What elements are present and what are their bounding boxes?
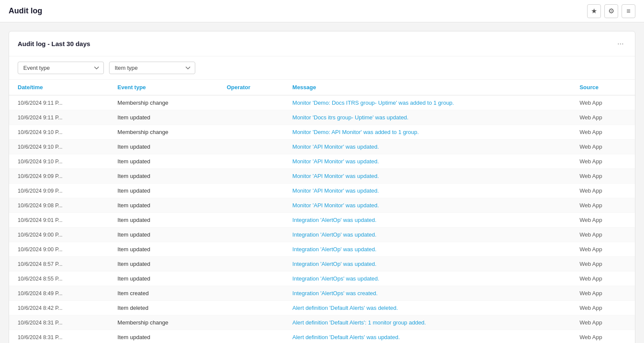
cell-datetime: 10/6/2024 9:01 P...	[9, 213, 109, 228]
cell-source: Web App	[571, 330, 635, 343]
item-type-filter-wrap: Item type	[109, 62, 195, 74]
table-row[interactable]: 10/6/2024 9:08 P...Item updatedMonitor '…	[9, 198, 635, 213]
cell-operator	[218, 110, 284, 125]
cell-datetime: 10/6/2024 8:31 P...	[9, 315, 109, 330]
cell-datetime: 10/6/2024 9:09 P...	[9, 169, 109, 184]
table-row[interactable]: 10/6/2024 8:31 P...Membership changeAler…	[9, 315, 635, 330]
item-type-select[interactable]: Item type	[109, 62, 195, 74]
cell-operator	[218, 228, 284, 242]
cell-source: Web App	[571, 315, 635, 330]
table-row[interactable]: 10/6/2024 8:57 P...Item updatedIntegrati…	[9, 257, 635, 271]
cell-datetime: 10/6/2024 8:57 P...	[9, 257, 109, 271]
cell-source: Web App	[571, 140, 635, 154]
cell-operator	[218, 257, 284, 271]
cell-message: Alert definition 'Default Alerts' was de…	[284, 301, 571, 315]
star-button[interactable]: ★	[587, 4, 601, 18]
table-row[interactable]: 10/6/2024 9:09 P...Item updatedMonitor '…	[9, 184, 635, 198]
app-header: Audit log ★ ⚙ ≡	[0, 0, 644, 22]
card-header: Audit log - Last 30 days ···	[9, 31, 635, 56]
more-options-button[interactable]: ···	[615, 38, 626, 49]
cell-datetime: 10/6/2024 9:11 P...	[9, 95, 109, 110]
star-icon: ★	[591, 7, 597, 15]
audit-log-card: Audit log - Last 30 days ··· Event type …	[9, 31, 635, 343]
col-datetime[interactable]: Date/time	[9, 80, 109, 95]
cell-source: Web App	[571, 228, 635, 242]
table-row[interactable]: 10/6/2024 9:10 P...Item updatedMonitor '…	[9, 154, 635, 169]
cell-datetime: 10/6/2024 8:31 P...	[9, 330, 109, 343]
cell-source: Web App	[571, 95, 635, 110]
cell-operator	[218, 330, 284, 343]
cell-event-type: Item updated	[109, 330, 218, 343]
table-row[interactable]: 10/6/2024 8:42 P...Item deletedAlert def…	[9, 301, 635, 315]
table-row[interactable]: 10/6/2024 8:31 P...Item updatedAlert def…	[9, 330, 635, 343]
table-row[interactable]: 10/6/2024 8:49 P...Item createdIntegrati…	[9, 286, 635, 301]
cell-operator	[218, 315, 284, 330]
cell-source: Web App	[571, 169, 635, 184]
menu-icon: ≡	[626, 7, 630, 15]
cell-operator	[218, 125, 284, 140]
cell-source: Web App	[571, 213, 635, 228]
cell-operator	[218, 169, 284, 184]
cell-message: Monitor 'API Monitor' was updated.	[284, 140, 571, 154]
col-operator[interactable]: Operator	[218, 80, 284, 95]
cell-message: Integration 'AlertOps' was updated.	[284, 271, 571, 286]
main-content: Audit log - Last 30 days ··· Event type …	[0, 22, 644, 343]
table-row[interactable]: 10/6/2024 9:10 P...Membership changeMoni…	[9, 125, 635, 140]
col-source[interactable]: Source	[571, 80, 635, 95]
cell-operator	[218, 198, 284, 213]
cell-message: Integration 'AlertOp' was updated.	[284, 213, 571, 228]
cell-source: Web App	[571, 257, 635, 271]
event-type-filter-wrap: Event type Membership change Item update…	[18, 62, 104, 74]
header-actions: ★ ⚙ ≡	[587, 4, 635, 18]
table-row[interactable]: 10/6/2024 9:11 P...Item updatedMonitor '…	[9, 110, 635, 125]
cell-operator	[218, 95, 284, 110]
table-body: 10/6/2024 9:11 P...Membership changeMoni…	[9, 95, 635, 343]
cell-source: Web App	[571, 154, 635, 169]
cell-event-type: Item updated	[109, 140, 218, 154]
cell-message: Monitor 'Docs itrs group- Uptime' was up…	[284, 110, 571, 125]
cell-event-type: Item updated	[109, 184, 218, 198]
cell-operator	[218, 213, 284, 228]
app-title: Audit log	[9, 6, 42, 16]
cell-message: Monitor 'API Monitor' was updated.	[284, 198, 571, 213]
table-row[interactable]: 10/6/2024 9:01 P...Item updatedIntegrati…	[9, 213, 635, 228]
cell-datetime: 10/6/2024 9:10 P...	[9, 125, 109, 140]
cell-operator	[218, 271, 284, 286]
cell-event-type: Item updated	[109, 198, 218, 213]
cell-message: Monitor 'API Monitor' was updated.	[284, 184, 571, 198]
table-row[interactable]: 10/6/2024 9:00 P...Item updatedIntegrati…	[9, 228, 635, 242]
cell-message: Integration 'AlertOp' was updated.	[284, 228, 571, 242]
table-row[interactable]: 10/6/2024 9:09 P...Item updatedMonitor '…	[9, 169, 635, 184]
settings-icon: ⚙	[608, 7, 614, 15]
cell-datetime: 10/6/2024 9:00 P...	[9, 228, 109, 242]
cell-operator	[218, 242, 284, 257]
cell-source: Web App	[571, 110, 635, 125]
cell-datetime: 10/6/2024 9:10 P...	[9, 140, 109, 154]
table-row[interactable]: 10/6/2024 9:10 P...Item updatedMonitor '…	[9, 140, 635, 154]
cell-message: Alert definition 'Default Alerts' was up…	[284, 330, 571, 343]
table-row[interactable]: 10/6/2024 8:55 P...Item updatedIntegrati…	[9, 271, 635, 286]
table-row[interactable]: 10/6/2024 9:00 P...Item updatedIntegrati…	[9, 242, 635, 257]
cell-source: Web App	[571, 125, 635, 140]
settings-button[interactable]: ⚙	[604, 4, 618, 18]
cell-operator	[218, 140, 284, 154]
cell-event-type: Item deleted	[109, 301, 218, 315]
cell-datetime: 10/6/2024 9:00 P...	[9, 242, 109, 257]
col-event-type[interactable]: Event type	[109, 80, 218, 95]
cell-operator	[218, 301, 284, 315]
cell-event-type: Item updated	[109, 228, 218, 242]
cell-message: Alert definition 'Default Alerts': 1 mon…	[284, 315, 571, 330]
cell-datetime: 10/6/2024 8:49 P...	[9, 286, 109, 301]
cell-source: Web App	[571, 198, 635, 213]
cell-operator	[218, 286, 284, 301]
col-message[interactable]: Message	[284, 80, 571, 95]
cell-event-type: Membership change	[109, 125, 218, 140]
cell-event-type: Item created	[109, 286, 218, 301]
cell-source: Web App	[571, 242, 635, 257]
cell-datetime: 10/6/2024 9:10 P...	[9, 154, 109, 169]
cell-event-type: Item updated	[109, 271, 218, 286]
cell-event-type: Membership change	[109, 315, 218, 330]
menu-button[interactable]: ≡	[622, 4, 635, 18]
event-type-select[interactable]: Event type Membership change Item update…	[18, 62, 104, 74]
table-row[interactable]: 10/6/2024 9:11 P...Membership changeMoni…	[9, 95, 635, 110]
